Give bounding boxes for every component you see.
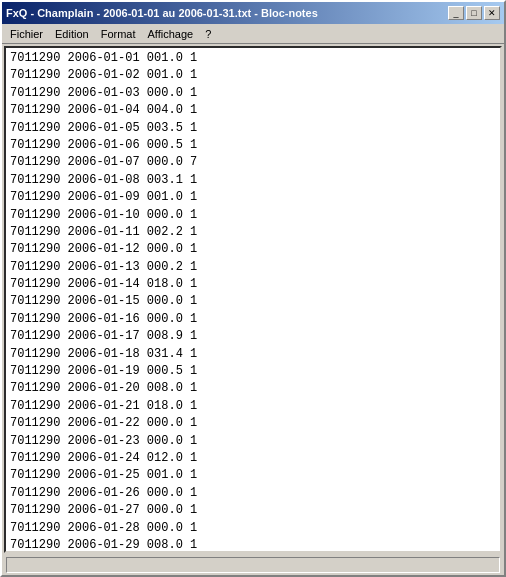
content-area: 7011290 2006-01-01 001.0 1 7011290 2006-… xyxy=(4,46,502,553)
minimize-button[interactable]: _ xyxy=(448,6,464,20)
status-panel xyxy=(6,557,500,573)
menu-help[interactable]: ? xyxy=(199,26,217,42)
menu-bar: Fichier Edition Format Affichage ? xyxy=(2,24,504,44)
window-controls: _ □ ✕ xyxy=(448,6,500,20)
menu-format[interactable]: Format xyxy=(95,26,142,42)
menu-edition[interactable]: Edition xyxy=(49,26,95,42)
menu-fichier[interactable]: Fichier xyxy=(4,26,49,42)
title-bar: FxQ - Champlain - 2006-01-01 au 2006-01-… xyxy=(2,2,504,24)
text-editor[interactable]: 7011290 2006-01-01 001.0 1 7011290 2006-… xyxy=(6,48,500,551)
main-window: FxQ - Champlain - 2006-01-01 au 2006-01-… xyxy=(0,0,506,577)
maximize-button[interactable]: □ xyxy=(466,6,482,20)
window-title: FxQ - Champlain - 2006-01-01 au 2006-01-… xyxy=(6,7,318,19)
status-bar xyxy=(2,555,504,575)
close-button[interactable]: ✕ xyxy=(484,6,500,20)
menu-affichage[interactable]: Affichage xyxy=(142,26,200,42)
